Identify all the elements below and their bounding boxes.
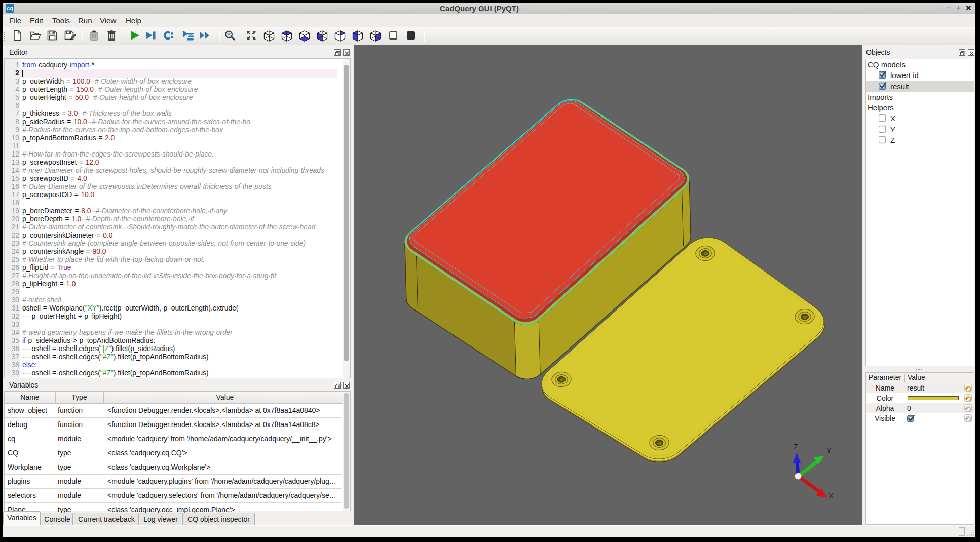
- svg-text:Z: Z: [794, 442, 798, 451]
- svg-text:Y: Y: [826, 446, 832, 454]
- svg-text:X: X: [828, 491, 834, 500]
